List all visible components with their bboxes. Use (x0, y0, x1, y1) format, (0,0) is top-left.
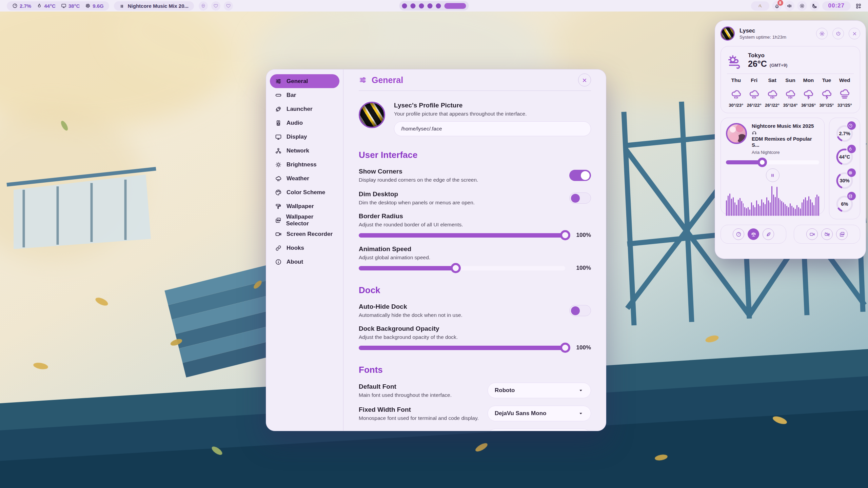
bar-stat-chip: 9.6G (85, 3, 104, 9)
slider-dock-background-opacity[interactable] (359, 346, 565, 350)
sidebar-item-general[interactable]: General (270, 74, 339, 88)
sidebar-item-hooks[interactable]: Hooks (270, 241, 339, 255)
flame-icon (37, 3, 42, 8)
toggle-show-corners[interactable] (569, 170, 591, 181)
sidebar-item-about[interactable]: About (270, 255, 339, 269)
setting-description: Main font used throughout the interface. (359, 392, 452, 398)
workspace-dot[interactable] (436, 3, 441, 8)
bar-media-pill[interactable]: Nightcore Music Mix 20... (114, 1, 194, 11)
power-profile-gauge-button[interactable] (733, 228, 744, 240)
tray-app-icon[interactable] (751, 1, 769, 11)
workspace-dot[interactable] (411, 3, 416, 8)
slider-border-radius[interactable] (359, 233, 565, 238)
utility-videocam-button[interactable] (806, 228, 818, 240)
setting-label: Auto-Hide Dock (359, 303, 462, 310)
gauge-icon (12, 3, 18, 8)
dropdown-default-font[interactable]: Roboto (488, 383, 591, 398)
avatar (721, 26, 735, 41)
bar-heart-button[interactable] (211, 1, 220, 11)
roller-icon (275, 203, 282, 210)
power-profile-leaf-button[interactable] (763, 228, 774, 240)
user-name: Lysec (739, 27, 811, 34)
sidebar-item-wallpaper[interactable]: Wallpaper (270, 199, 339, 213)
setting-row: Animation SpeedAdjust global animation s… (359, 245, 591, 271)
system-stats-pill[interactable]: 2.7%44°C38°C9.6G (7, 1, 109, 11)
divider (727, 74, 854, 74)
forecast-day: Tue30°/25° (817, 77, 835, 108)
play-pause-button[interactable] (766, 168, 780, 182)
scales-icon (751, 231, 756, 237)
apps-plus-icon (855, 3, 862, 9)
sidebar-item-bar[interactable]: Bar (270, 88, 339, 102)
brightness-button[interactable] (797, 1, 807, 11)
night-light-button[interactable] (810, 1, 820, 11)
setting-label: Fixed Width Font (359, 406, 479, 413)
media-progress-slider[interactable] (726, 160, 819, 164)
sidebar-item-weather[interactable]: Weather (270, 171, 339, 185)
audio-icon (275, 120, 282, 126)
sidebar-item-screen-recorder[interactable]: Screen Recorder (270, 227, 339, 241)
sidebar-item-launcher[interactable]: Launcher (270, 102, 339, 116)
skull-icon (201, 3, 206, 8)
weather-city: Tokyo (748, 52, 787, 59)
close-panel-button[interactable] (849, 28, 860, 39)
settings-button[interactable] (816, 28, 828, 39)
utility-images-button[interactable] (836, 228, 848, 240)
slider-value: 100% (571, 265, 591, 271)
chip-icon (847, 168, 856, 177)
toggle-auto-hide-dock[interactable] (569, 305, 591, 316)
setting-row: Default FontMain font used throughout th… (359, 383, 591, 398)
setting-row: Dock Background OpacityAdjust the backgr… (359, 325, 591, 351)
section-title: User Interface (359, 150, 591, 160)
toggle-dim-desktop[interactable] (569, 192, 591, 204)
setting-description: Dim the desktop when panels or menus are… (359, 200, 475, 206)
gauge-value: 2.7% (834, 131, 855, 136)
workspace-dot[interactable] (428, 3, 433, 8)
chip-icon (848, 170, 853, 175)
sidebar-item-audio[interactable]: Audio (270, 116, 339, 130)
profile-path-input[interactable] (394, 121, 591, 136)
workspace-indicator[interactable] (399, 1, 469, 11)
pause-icon (770, 173, 775, 178)
sidebar-item-color-scheme[interactable]: Color Scheme (270, 185, 339, 199)
dashboard-header: Lysec System uptime: 1h23m (721, 25, 860, 42)
slider-animation-speed[interactable] (359, 266, 565, 270)
setting-row: Auto-Hide DockAutomatically hide the doc… (359, 303, 591, 318)
sidebar-item-brightness[interactable]: Brightness (270, 158, 339, 171)
notification-badge: 8 (777, 0, 783, 6)
close-button[interactable] (578, 74, 591, 86)
heart-icon (213, 3, 218, 8)
dropdown-fixed-width-font[interactable]: DejaVu Sans Mono (488, 406, 591, 421)
setting-description: Adjust the rounded border of all UI elem… (359, 222, 591, 228)
bar-heart-button[interactable] (224, 1, 233, 11)
user-info: Lysec System uptime: 1h23m (739, 27, 811, 40)
clock[interactable]: 00:27 (822, 1, 851, 11)
monitor-icon (61, 3, 66, 8)
profile-picture[interactable] (359, 102, 385, 128)
sidebar-item-wallpaper-selector[interactable]: Wallpaper Selector (270, 213, 339, 227)
gauge-icon (847, 121, 856, 130)
sidebar-item-display[interactable]: Display (270, 130, 339, 144)
dashboard-toggle-button[interactable] (853, 1, 863, 11)
media-title: Nightcore Music Mix 2025 EDM Remixes of … (752, 123, 819, 148)
notifications-button[interactable]: 8 (772, 1, 782, 11)
power-button[interactable] (832, 28, 844, 39)
power-profile-scales-button[interactable] (748, 228, 759, 240)
cloud-rain-icon (767, 88, 778, 100)
sidebar-item-network[interactable]: Network (270, 144, 339, 158)
setting-label: Default Font (359, 383, 452, 390)
power-profiles-group (721, 225, 786, 244)
workspace-dot[interactable] (419, 3, 424, 8)
dropdown-billboard-font[interactable] (488, 429, 591, 431)
rocket-icon (275, 106, 282, 113)
workspace-active[interactable] (445, 3, 466, 9)
palette-icon (275, 189, 282, 196)
moon-slash-icon (812, 3, 817, 9)
utility-videocam-off-button[interactable] (821, 228, 833, 240)
slider-value: 100% (571, 232, 591, 239)
workspace-dot[interactable] (402, 3, 407, 8)
volume-button[interactable] (785, 1, 794, 11)
bar-skull-button[interactable] (199, 1, 208, 11)
settings-sidebar: GeneralBarLauncherAudioDisplayNetworkBri… (266, 69, 343, 431)
bar-icon (275, 92, 282, 99)
